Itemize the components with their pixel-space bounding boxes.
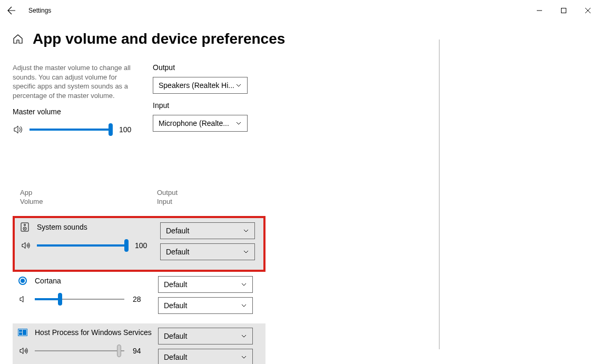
master-volume-section: Adjust the master volume to change all s… [13,63,134,139]
speaker-icon[interactable] [18,345,29,357]
app-icon [18,328,27,337]
app-input-value: Default [164,353,187,361]
minimize-button[interactable] [527,2,552,19]
app-output-value: Default [166,227,189,235]
chevron-down-icon [241,281,247,288]
master-volume-control: 100 [13,123,134,136]
output-label: Output [153,63,248,72]
app-name-row: Cortana [18,276,158,286]
app-output-select[interactable]: Default [158,276,253,293]
content: App volume and device preferences Adjust… [0,21,600,364]
input-label: Input [153,101,248,110]
app-volume-value: 100 [135,241,150,250]
close-icon [585,8,591,13]
output-select[interactable]: Speakers (Realtek Hi... [153,77,248,94]
app-volume-control: 28 [18,293,158,306]
app-volume-slider[interactable] [35,293,124,306]
app-icon [20,222,29,232]
app-header-output-input: OutputInput [157,189,178,206]
app-list: AppVolume OutputInput System sounds100De… [13,189,265,364]
scrollbar[interactable] [439,40,440,349]
back-arrow-icon [7,6,16,15]
app-name: Host Process for Windows Services [35,328,152,337]
app-right: DefaultDefault [158,328,253,364]
app-volume-control: 94 [18,345,158,357]
app-icon [18,276,27,286]
app-volume-slider[interactable] [35,345,124,357]
speaker-icon[interactable] [20,240,32,251]
app-name: System sounds [37,223,87,231]
input-value: Microphone (Realte... [159,119,229,127]
app-input-select[interactable]: Default [160,243,255,260]
app-row: System sounds100DefaultDefault [13,216,265,272]
top-section: Adjust the master volume to change all s… [13,63,587,139]
app-row: Cortana28DefaultDefault [13,272,265,323]
svg-point-2 [24,224,26,225]
app-input-select[interactable]: Default [158,349,253,364]
master-volume-value: 100 [119,125,134,134]
chevron-down-icon [241,302,247,309]
app-left: System sounds100 [20,222,160,252]
app-output-value: Default [164,332,187,340]
app-row: Host Process for Windows Services94Defau… [13,323,265,364]
app-input-value: Default [164,301,187,310]
app-volume-control: 100 [20,239,160,252]
chevron-down-icon [241,354,247,360]
window-title: Settings [28,7,51,14]
app-volume-value: 94 [133,347,147,355]
master-volume-slider[interactable] [29,123,111,136]
minimize-icon [537,8,542,13]
app-left: Cortana28 [18,276,158,306]
device-selects: Output Speakers (Realtek Hi... Input Mic… [153,63,248,139]
app-name-row: Host Process for Windows Services [18,328,158,337]
speaker-icon[interactable] [13,124,24,135]
app-name: Cortana [35,277,61,285]
window-controls [527,2,600,19]
chevron-down-icon [243,249,249,255]
speaker-icon[interactable] [18,293,29,305]
output-value: Speakers (Realtek Hi... [159,81,234,90]
app-left: Host Process for Windows Services94 [18,328,158,357]
chevron-down-icon [243,228,249,234]
maximize-button[interactable] [552,2,576,19]
page-title: App volume and device preferences [33,31,285,47]
input-select[interactable]: Microphone (Realte... [153,115,248,132]
svg-point-4 [24,228,25,229]
master-volume-label: Master volume [13,107,134,116]
app-right: DefaultDefault [160,222,255,264]
chevron-down-icon [235,120,242,126]
svg-rect-9 [19,332,22,335]
app-output-select[interactable]: Default [160,222,255,239]
titlebar-left: Settings [4,3,51,18]
close-button[interactable] [576,2,600,19]
svg-rect-0 [562,8,566,13]
chevron-down-icon [235,82,242,88]
description-text: Adjust the master volume to change all s… [13,63,134,100]
app-volume-slider[interactable] [37,239,126,252]
svg-rect-8 [19,330,22,332]
svg-rect-10 [23,330,26,335]
page-header: App volume and device preferences [13,31,587,47]
app-right: DefaultDefault [158,276,253,318]
app-list-header: AppVolume OutputInput [13,189,265,216]
titlebar: Settings [0,0,600,21]
app-header-app-volume: AppVolume [20,189,157,206]
app-output-value: Default [164,280,187,289]
app-name-row: System sounds [20,222,160,232]
app-input-value: Default [166,248,189,256]
home-icon[interactable] [13,34,23,44]
app-input-select[interactable]: Default [158,297,253,314]
back-button[interactable] [4,3,19,18]
chevron-down-icon [241,333,247,339]
app-volume-value: 28 [133,295,147,303]
maximize-icon [561,8,566,13]
app-output-select[interactable]: Default [158,328,253,345]
